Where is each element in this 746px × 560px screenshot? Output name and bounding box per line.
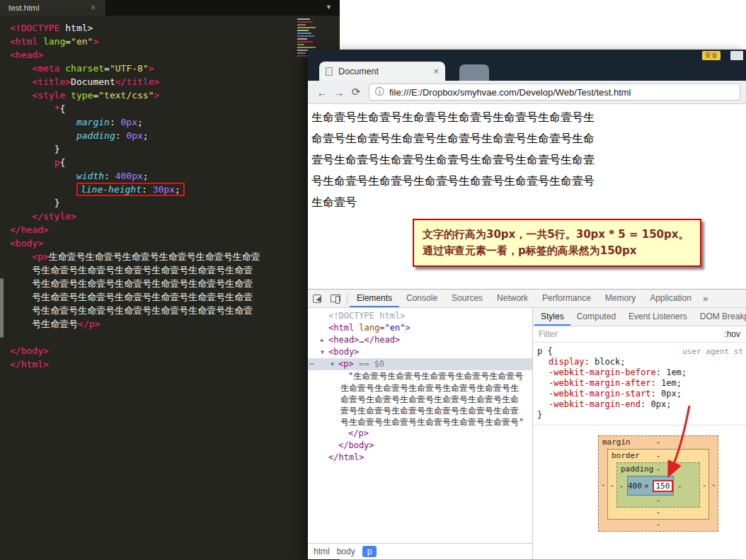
code-line[interactable]: <style type="text/css">: [10, 88, 340, 102]
paragraph-line: 生命壹号: [311, 192, 746, 213]
code-line[interactable]: line-height: 30px;: [10, 183, 340, 196]
tree-row[interactable]: </body>: [308, 440, 532, 452]
tree-row[interactable]: <!DOCTYPE html>: [308, 310, 532, 322]
tree-row[interactable]: ⋯▼<p> == $0: [308, 358, 532, 370]
security-badge[interactable]: 安全: [702, 51, 721, 60]
sidebar-tab-styles[interactable]: Styles: [534, 308, 570, 326]
css-property[interactable]: -webkit-margin-start: 0px;: [537, 389, 743, 399]
window-control-icon[interactable]: [730, 51, 743, 60]
box-model-border[interactable]: border - - padding -: [607, 449, 709, 520]
tree-row[interactable]: ▶<head>…</head>: [308, 334, 532, 346]
css-selector[interactable]: p {: [537, 346, 682, 357]
browser-toolbar: ← → ⟳ ⓘ file:///E:/Dropbox/smyhvae.com/D…: [308, 81, 746, 104]
padding-left-value: -: [617, 481, 626, 491]
css-property[interactable]: display: block;: [537, 357, 743, 367]
devtools-tab-application[interactable]: Application: [643, 290, 699, 307]
editor-tab-test-html[interactable]: test.html ×: [0, 0, 106, 16]
devtools-tab-performance[interactable]: Performance: [535, 290, 598, 307]
devtools-tab-sources[interactable]: Sources: [444, 290, 490, 307]
code-line[interactable]: <!DOCTYPE html>: [10, 21, 340, 35]
code-line[interactable]: <body>: [10, 236, 340, 250]
breadcrumb-item-html[interactable]: html: [314, 547, 330, 556]
box-model-content[interactable]: 400 × 150: [627, 476, 674, 496]
code-line[interactable]: margin: 0px;: [10, 115, 340, 129]
url-text[interactable]: file:///E:/Dropbox/smyhvae.com/Develop/W…: [389, 87, 631, 98]
close-icon[interactable]: ×: [79, 3, 96, 13]
code-line[interactable]: [10, 331, 340, 344]
code-line[interactable]: <html lang="en">: [10, 35, 340, 48]
code-line[interactable]: </body>: [10, 344, 340, 358]
more-actions-icon[interactable]: ⋯: [309, 358, 314, 370]
sidebar-tab-event-listeners[interactable]: Event Listeners: [622, 308, 694, 326]
filter-input[interactable]: Filter: [539, 329, 724, 339]
breadcrumb-item-body[interactable]: body: [337, 547, 355, 556]
devtools-tab-console[interactable]: Console: [399, 290, 444, 307]
breadcrumb: htmlbodyp: [308, 543, 532, 559]
twisty-icon[interactable]: ▼: [321, 347, 328, 358]
css-property[interactable]: -webkit-margin-after: 1em;: [537, 378, 743, 389]
code-line[interactable]: 号生命壹号</p>: [10, 317, 340, 331]
box-model-margin[interactable]: margin - - border -: [598, 435, 718, 532]
css-rule: p { user agent st display: block;-webkit…: [533, 343, 746, 425]
height-highlight-box: 150: [653, 480, 674, 492]
tree-row[interactable]: <html lang="en">: [308, 322, 532, 334]
close-icon[interactable]: ×: [433, 66, 439, 76]
devtools-tab-strip: ElementsConsoleSourcesNetworkPerformance…: [350, 290, 712, 307]
reload-icon[interactable]: ⟳: [348, 86, 365, 98]
times-icon: ×: [642, 481, 651, 491]
address-bar[interactable]: ⓘ file:///E:/Dropbox/smyhvae.com/Develop…: [369, 84, 740, 101]
code-line[interactable]: <meta charset="UTF-8">: [10, 62, 340, 75]
elements-tree: <!DOCTYPE html> <html lang="en">▶<head>……: [308, 308, 532, 543]
browser-tab-document[interactable]: Document ×: [319, 62, 445, 81]
code-line[interactable]: <head>: [10, 48, 340, 62]
editor-tab-bar: test.html × ▼: [0, 0, 340, 16]
code-line[interactable]: *{: [10, 102, 340, 115]
code-line[interactable]: p{: [10, 156, 340, 169]
paragraph-line: 生命壹号生命壹号生命壹号生命壹号生命壹号生命壹号生: [311, 107, 746, 128]
margin-right-value: -: [709, 480, 718, 489]
code-line[interactable]: </head>: [10, 223, 340, 236]
forward-icon[interactable]: →: [331, 86, 348, 98]
code-line[interactable]: }: [10, 142, 340, 156]
sidebar-tab-dom-breakpoints[interactable]: DOM Breakpoints: [694, 308, 746, 326]
border-top-value: -: [608, 451, 708, 460]
devtools-tab-network[interactable]: Network: [490, 290, 535, 307]
page-viewport: 生命壹号生命壹号生命壹号生命壹号生命壹号生命壹号生命壹号生命壹号生命壹号生命壹号…: [308, 104, 746, 289]
editor-code[interactable]: <!DOCTYPE html><html lang="en"><head> <m…: [10, 21, 340, 371]
back-icon[interactable]: ←: [314, 86, 331, 98]
tree-row[interactable]: "生命壹号生命壹号生命壹号生命壹号生命壹号生命壹号生命壹号生命壹号生命壹号生命壹…: [308, 370, 532, 428]
code-line[interactable]: <title>Document</title>: [10, 75, 340, 88]
css-property[interactable]: -webkit-margin-end: 0px;: [537, 399, 743, 410]
twisty-icon[interactable]: ▶: [321, 335, 328, 346]
code-line[interactable]: </style>: [10, 210, 340, 223]
code-line[interactable]: <p>生命壹号生命壹号生命壹号生命壹号生命壹号生命壹: [10, 250, 340, 263]
editor-scrollbar[interactable]: [0, 278, 4, 338]
box-model-padding[interactable]: padding - - 400 ×: [616, 462, 700, 508]
code-line[interactable]: 号生命壹号生命壹号生命壹号生命壹号生命壹号生命壹: [10, 277, 340, 290]
code-line[interactable]: 号生命壹号生命壹号生命壹号生命壹号生命壹号生命壹: [10, 263, 340, 277]
devtools-tab-memory[interactable]: Memory: [598, 290, 643, 307]
tree-row[interactable]: </html>: [308, 452, 532, 464]
code-line[interactable]: </html>: [10, 358, 340, 371]
code-line[interactable]: 号生命壹号生命壹号生命壹号生命壹号生命壹号生命壹: [10, 304, 340, 317]
sidebar-tab-computed[interactable]: Computed: [570, 308, 622, 326]
device-toolbar-icon[interactable]: [326, 290, 345, 307]
twisty-icon[interactable]: ▼: [331, 359, 338, 370]
devtools-tab-elements[interactable]: Elements: [350, 290, 399, 307]
more-tabs-icon[interactable]: »: [699, 290, 712, 307]
tab-overflow-icon[interactable]: ▼: [326, 4, 332, 11]
devtools-main: <!DOCTYPE html> <html lang="en">▶<head>……: [308, 308, 746, 559]
tree-row[interactable]: ▼<body>: [308, 346, 532, 358]
tree-row[interactable]: </p>: [308, 428, 532, 440]
code-line[interactable]: padding: 0px;: [10, 129, 340, 142]
browser-title-bar: 安全 Document ×: [308, 50, 746, 81]
code-line[interactable]: }: [10, 196, 340, 210]
breadcrumb-item-p[interactable]: p: [362, 546, 377, 557]
inspect-icon[interactable]: [308, 290, 326, 307]
new-tab-button[interactable]: [459, 64, 489, 81]
code-line[interactable]: width: 400px;: [10, 169, 340, 183]
css-property[interactable]: -webkit-margin-before: 1em;: [537, 367, 743, 378]
code-line[interactable]: 号生命壹号生命壹号生命壹号生命壹号生命壹号生命壹: [10, 290, 340, 304]
hov-toggle[interactable]: :hov: [724, 329, 740, 339]
margin-bottom-value: -: [656, 520, 661, 529]
